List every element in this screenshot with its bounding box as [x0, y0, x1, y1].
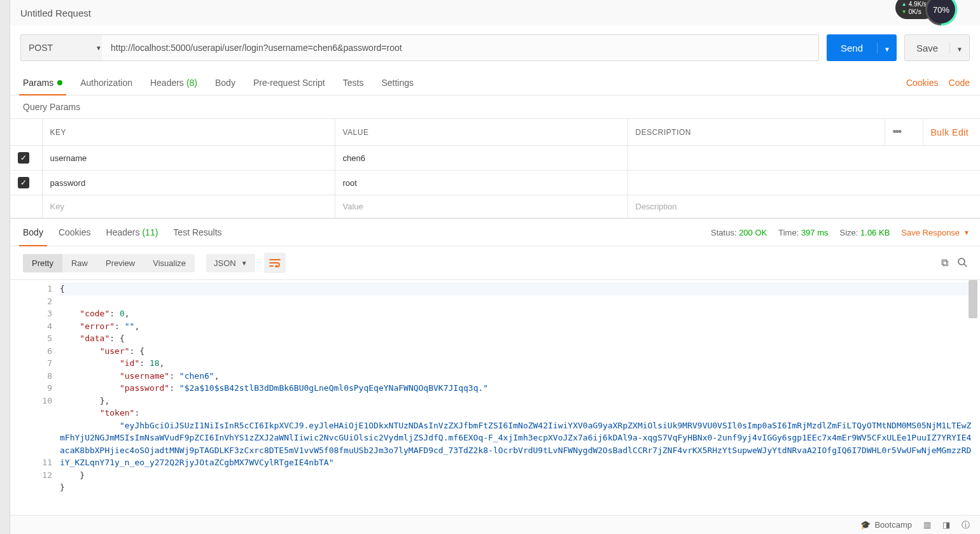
query-params-table: KEY VALUE DESCRIPTION ••• Bulk Edit ✓ us…: [10, 118, 980, 218]
code-content[interactable]: { "code": 0, "error": "", "data": { "use…: [60, 280, 980, 534]
tab-prerequest[interactable]: Pre-request Script: [253, 70, 325, 95]
upload-speed: 4.9K/s: [909, 1, 927, 8]
tab-authorization[interactable]: Authorization: [80, 70, 132, 95]
usage-percent: 70%: [933, 5, 949, 15]
response-body: 123456789101112 { "code": 0, "error": ""…: [10, 280, 980, 534]
status-value: 200 OK: [739, 228, 767, 237]
usage-circle: 70%: [925, 0, 957, 25]
copy-icon[interactable]: ⧉: [941, 257, 948, 269]
value-placeholder[interactable]: Value: [343, 202, 363, 211]
param-key[interactable]: username: [42, 146, 335, 171]
column-key: KEY: [42, 119, 335, 146]
method-value: POST: [29, 43, 53, 53]
row-checkbox[interactable]: ✓: [18, 152, 29, 164]
save-response-button[interactable]: Save Response ▼: [901, 228, 970, 237]
left-rail: [0, 0, 10, 534]
row-checkbox[interactable]: ✓: [18, 177, 29, 188]
main-area: Untitled Request ▲4.9K/s ▼0K/s 70% POST …: [10, 0, 980, 534]
query-params-title: Query Params: [10, 95, 980, 118]
upload-arrow-icon: ▲: [902, 1, 907, 7]
param-value[interactable]: root: [335, 171, 627, 195]
chevron-down-icon: ▼: [956, 46, 963, 53]
send-dropdown[interactable]: ▼: [878, 43, 897, 53]
params-dot-indicator: [57, 80, 62, 85]
more-icon[interactable]: •••: [893, 125, 901, 138]
view-bar: Pretty Raw Preview Visualize JSON ▼ ⧉: [10, 246, 980, 280]
tab-headers[interactable]: Headers(8): [150, 70, 197, 95]
desc-placeholder[interactable]: Description: [636, 202, 677, 211]
time-label: Time:: [778, 228, 799, 237]
tab-resp-cookies[interactable]: Cookies: [59, 219, 91, 246]
view-raw[interactable]: Raw: [62, 254, 97, 272]
chevron-down-icon: ▼: [241, 260, 248, 267]
method-select[interactable]: POST ▼: [20, 34, 109, 61]
bootcamp-button[interactable]: 🎓 Bootcamp: [860, 520, 912, 530]
view-mode-segment: Pretty Raw Preview Visualize: [23, 254, 195, 272]
help-icon[interactable]: ⓘ: [962, 519, 970, 531]
param-desc[interactable]: [627, 146, 980, 171]
view-preview[interactable]: Preview: [97, 254, 144, 272]
request-tabs: Params Authorization Headers(8) Body Pre…: [10, 70, 980, 95]
footer: 🎓 Bootcamp ▥ ◨ ⓘ: [10, 515, 980, 534]
size-value: 1.06 KB: [860, 228, 890, 237]
chevron-down-icon: ▼: [884, 46, 890, 53]
send-button-group: Send ▼: [827, 34, 897, 61]
save-button-group: Save ▼: [904, 34, 970, 61]
param-value[interactable]: chen6: [335, 146, 627, 171]
tab-params[interactable]: Params: [23, 70, 62, 95]
graduation-cap-icon: 🎓: [860, 520, 871, 530]
view-visualize[interactable]: Visualize: [144, 254, 195, 272]
svg-line-1: [964, 264, 967, 267]
tab-settings[interactable]: Settings: [381, 70, 414, 95]
size-label: Size:: [840, 228, 858, 237]
wrap-icon: [269, 258, 281, 267]
table-row: ✓ password root: [10, 171, 980, 195]
column-value: VALUE: [335, 119, 627, 146]
param-desc[interactable]: [627, 171, 980, 195]
download-arrow-icon: ▼: [902, 9, 907, 15]
svg-point-0: [958, 258, 965, 265]
tab-body[interactable]: Body: [215, 70, 235, 95]
tab-tests[interactable]: Tests: [343, 70, 364, 95]
table-row: ✓ username chen6: [10, 146, 980, 171]
resp-headers-count: (11): [142, 227, 158, 237]
chevron-down-icon: ▼: [95, 45, 102, 52]
key-placeholder[interactable]: Key: [50, 202, 64, 211]
scrollbar[interactable]: [969, 280, 977, 318]
request-title: Untitled Request: [20, 8, 91, 18]
search-icon[interactable]: [957, 257, 967, 269]
cookies-link[interactable]: Cookies: [906, 78, 939, 88]
format-select[interactable]: JSON ▼: [206, 254, 255, 272]
tab-resp-headers[interactable]: Headers(11): [106, 219, 158, 246]
tab-resp-test-results[interactable]: Test Results: [173, 219, 221, 246]
table-row-new: Key Value Description: [10, 195, 980, 218]
send-button[interactable]: Send: [827, 43, 878, 53]
save-button[interactable]: Save: [905, 43, 950, 53]
headers-count: (8): [186, 78, 197, 88]
column-description: DESCRIPTION: [627, 119, 885, 146]
code-link[interactable]: Code: [949, 78, 970, 88]
status-label: Status:: [711, 228, 736, 237]
chevron-down-icon: ▼: [963, 229, 970, 236]
request-row: POST ▼ Send ▼ Save ▼: [10, 25, 980, 70]
line-gutter: 123456789101112: [10, 280, 60, 534]
wrap-lines-button[interactable]: [264, 253, 286, 273]
panels-icon[interactable]: ▥: [923, 520, 931, 530]
download-speed: 0K/s: [909, 8, 921, 15]
time-value: 397 ms: [801, 228, 829, 237]
sidebar-icon[interactable]: ◨: [942, 520, 950, 530]
tab-resp-body[interactable]: Body: [23, 219, 43, 246]
url-input[interactable]: [102, 34, 819, 61]
bulk-edit-link[interactable]: Bulk Edit: [931, 127, 969, 137]
param-key[interactable]: password: [42, 171, 335, 195]
response-tabs: Body Cookies Headers(11) Test Results St…: [10, 218, 980, 246]
view-pretty[interactable]: Pretty: [23, 254, 62, 272]
title-bar: Untitled Request ▲4.9K/s ▼0K/s 70%: [10, 0, 980, 25]
save-dropdown[interactable]: ▼: [950, 43, 969, 53]
